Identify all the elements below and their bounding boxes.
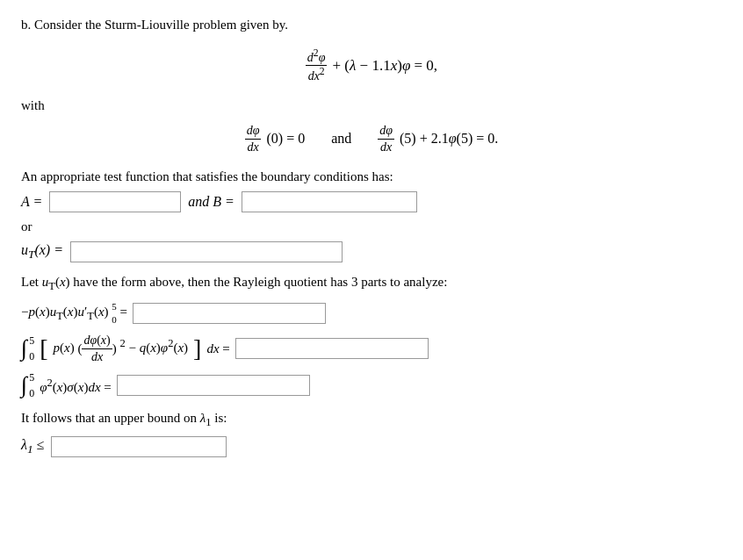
- and-word: and: [331, 131, 351, 147]
- lambda-row: λ1 ≤: [21, 436, 722, 457]
- problem-label: b. Consider the Sturm-Liouville problem …: [21, 18, 722, 32]
- b-input[interactable]: [242, 191, 417, 212]
- main-eq-rest: + (λ − 1.1x)φ = 0,: [332, 57, 437, 75]
- bc-right-value: (5) + 2.1φ(5) = 0.: [400, 131, 498, 147]
- test-function-label: An appropriate test function that satisf…: [21, 169, 722, 184]
- part3-input[interactable]: [117, 375, 310, 396]
- boundary-conditions: dφ dx (0) = 0 and dφ dx (5) + 2.1φ(5) = …: [21, 124, 722, 154]
- and-b-label: and B =: [188, 194, 234, 210]
- part3-integrand: φ2(x)σ(x)dx =: [40, 377, 112, 395]
- part2-input[interactable]: [235, 338, 429, 359]
- with-label: with: [21, 98, 722, 113]
- bc-right: dφ dx (5) + 2.1φ(5) = 0.: [378, 124, 498, 154]
- dphi-dx-frac-right: dφ dx: [378, 124, 394, 154]
- big-bracket-open: [: [40, 336, 47, 361]
- bc-left: dφ dx (0) = 0: [245, 124, 305, 154]
- ut-row: uT(x) =: [21, 241, 722, 262]
- bounds-2: 5 0: [29, 372, 34, 398]
- part2-integrand: p(x) ( dφ(x) dx ) 2 − q(x)φ2(x): [53, 334, 188, 363]
- dphi-dx-frac-left: dφ dx: [245, 124, 262, 154]
- ut-label: uT(x) =: [21, 242, 63, 262]
- part1-input[interactable]: [133, 303, 326, 324]
- lambda-input[interactable]: [51, 436, 227, 457]
- ut-input[interactable]: [70, 241, 343, 262]
- part3-row: ∫ 5 0 φ2(x)σ(x)dx =: [21, 372, 722, 398]
- rayleigh-label: Let uT(x) have the form above, then the …: [21, 275, 722, 293]
- a-input[interactable]: [49, 191, 181, 212]
- main-equation-display: d2φ dx2 + (λ − 1.1x)φ = 0,: [21, 48, 722, 83]
- integral-sign-2: ∫: [21, 374, 27, 397]
- dx-label-1: dx =: [206, 341, 229, 356]
- integral-sign-1: ∫: [21, 337, 27, 360]
- d2phi-dx2-fraction: d2φ dx2: [306, 48, 328, 83]
- ab-row: A = and B =: [21, 191, 722, 212]
- a-label: A =: [21, 194, 42, 210]
- bc-left-value: (0) = 0: [266, 131, 305, 147]
- conclusion-label: It follows that an upper bound on λ1 is:: [21, 411, 722, 429]
- bounds-1: 5 0: [29, 335, 34, 362]
- part2-row: ∫ 5 0 [ p(x) ( dφ(x) dx ) 2 − q(x)φ2(x) …: [21, 334, 722, 363]
- lambda-label: λ1 ≤: [21, 437, 44, 456]
- part1-row: −p(x)uT(x)u′T(x) 5 0 =: [21, 302, 722, 325]
- or-label: or: [21, 219, 722, 234]
- big-bracket-close: ]: [193, 336, 201, 361]
- part1-label: −p(x)uT(x)u′T(x) 5 0 =: [21, 302, 127, 325]
